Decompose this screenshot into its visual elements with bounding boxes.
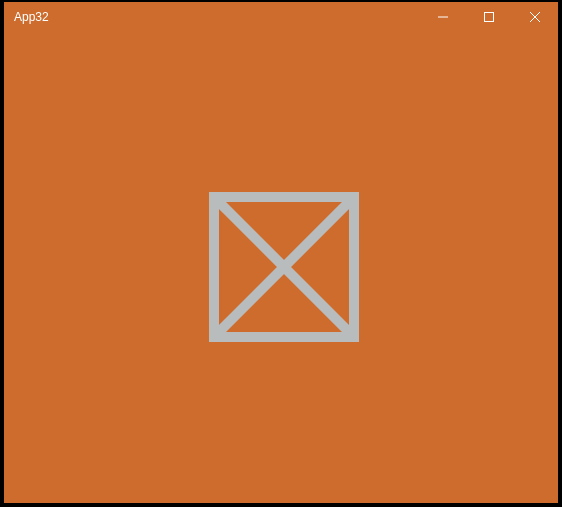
titlebar[interactable]: App32 <box>4 2 558 32</box>
client-area <box>4 32 558 503</box>
close-button[interactable] <box>512 2 558 32</box>
app-window: App32 <box>4 2 558 503</box>
close-icon <box>530 12 540 22</box>
window-title: App32 <box>4 10 420 24</box>
svg-rect-1 <box>485 13 494 22</box>
window-controls <box>420 2 558 32</box>
image-placeholder <box>209 192 359 342</box>
maximize-icon <box>484 12 494 22</box>
minimize-button[interactable] <box>420 2 466 32</box>
minimize-icon <box>438 12 448 22</box>
maximize-button[interactable] <box>466 2 512 32</box>
placeholder-icon <box>209 192 359 342</box>
